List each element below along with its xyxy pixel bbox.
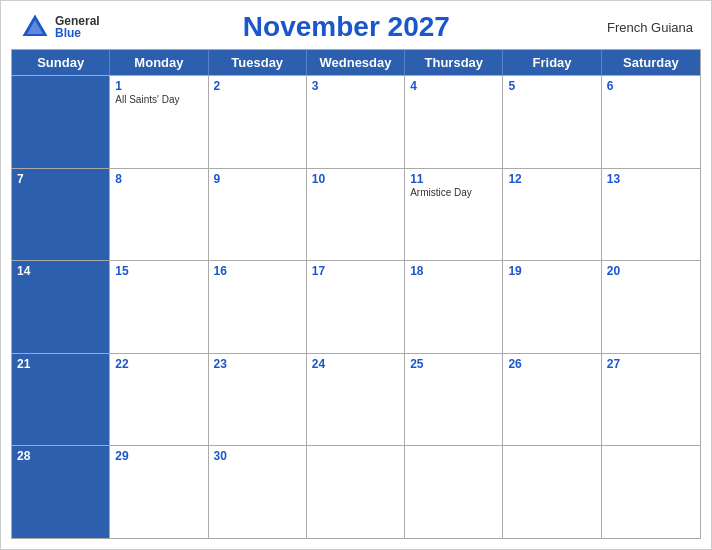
cell-date-number: 11 <box>410 172 497 186</box>
calendar-cell-1-4[interactable]: 11Armistice Day <box>405 169 503 261</box>
week-row-1: 7891011Armistice Day1213 <box>12 168 700 261</box>
calendar-cell-4-1[interactable]: 29 <box>110 446 208 538</box>
calendar-cell-4-6[interactable] <box>602 446 700 538</box>
calendar-cell-2-2[interactable]: 16 <box>209 261 307 353</box>
week-row-0: 1All Saints' Day23456 <box>12 75 700 168</box>
calendar-cell-0-6[interactable]: 6 <box>602 76 700 168</box>
day-header-sunday: Sunday <box>12 50 110 75</box>
logo-icon <box>19 11 51 43</box>
cell-date-number: 30 <box>214 449 301 463</box>
region-label: French Guiana <box>593 20 693 35</box>
cell-date-number: 12 <box>508 172 595 186</box>
cell-date-number: 13 <box>607 172 695 186</box>
calendar-cell-1-2[interactable]: 9 <box>209 169 307 261</box>
calendar-cell-4-3[interactable] <box>307 446 405 538</box>
calendar-cell-0-2[interactable]: 2 <box>209 76 307 168</box>
calendar-cell-4-4[interactable] <box>405 446 503 538</box>
cell-date-number: 23 <box>214 357 301 371</box>
calendar-cell-2-4[interactable]: 18 <box>405 261 503 353</box>
calendar-grid: Sunday Monday Tuesday Wednesday Thursday… <box>11 49 701 539</box>
cell-date-number: 29 <box>115 449 202 463</box>
cell-date-number: 18 <box>410 264 497 278</box>
cell-date-number: 8 <box>115 172 202 186</box>
calendar-cell-0-5[interactable]: 5 <box>503 76 601 168</box>
calendar-page: General Blue November 2027 French Guiana… <box>0 0 712 550</box>
calendar-cell-3-3[interactable]: 24 <box>307 354 405 446</box>
logo-text: General Blue <box>55 15 100 39</box>
calendar-cell-1-0[interactable]: 7 <box>12 169 110 261</box>
calendar-cell-1-6[interactable]: 13 <box>602 169 700 261</box>
cell-date-number: 7 <box>17 172 104 186</box>
logo: General Blue <box>19 11 100 43</box>
calendar-cell-1-3[interactable]: 10 <box>307 169 405 261</box>
cell-date-number: 20 <box>607 264 695 278</box>
cell-date-number: 21 <box>17 357 104 371</box>
calendar-cell-2-0[interactable]: 14 <box>12 261 110 353</box>
calendar-cell-3-2[interactable]: 23 <box>209 354 307 446</box>
cell-date-number: 14 <box>17 264 104 278</box>
cell-date-number: 28 <box>17 449 104 463</box>
calendar-cell-1-5[interactable]: 12 <box>503 169 601 261</box>
calendar-cell-1-1[interactable]: 8 <box>110 169 208 261</box>
cell-date-number: 25 <box>410 357 497 371</box>
calendar-cell-3-6[interactable]: 27 <box>602 354 700 446</box>
week-row-2: 14151617181920 <box>12 260 700 353</box>
calendar-cell-2-5[interactable]: 19 <box>503 261 601 353</box>
calendar-cell-3-0[interactable]: 21 <box>12 354 110 446</box>
calendar-cell-2-1[interactable]: 15 <box>110 261 208 353</box>
cell-date-number: 9 <box>214 172 301 186</box>
day-header-friday: Friday <box>503 50 601 75</box>
day-header-monday: Monday <box>110 50 208 75</box>
calendar-cell-0-0[interactable] <box>12 76 110 168</box>
cell-date-number: 3 <box>312 79 399 93</box>
cell-date-number: 5 <box>508 79 595 93</box>
calendar-cell-0-4[interactable]: 4 <box>405 76 503 168</box>
calendar-title: November 2027 <box>100 11 593 43</box>
day-header-thursday: Thursday <box>405 50 503 75</box>
calendar-cell-4-2[interactable]: 30 <box>209 446 307 538</box>
weeks-container: 1All Saints' Day234567891011Armistice Da… <box>12 75 700 538</box>
day-headers-row: Sunday Monday Tuesday Wednesday Thursday… <box>12 50 700 75</box>
cell-date-number: 1 <box>115 79 202 93</box>
calendar-cell-2-6[interactable]: 20 <box>602 261 700 353</box>
cell-date-number: 6 <box>607 79 695 93</box>
calendar-cell-3-4[interactable]: 25 <box>405 354 503 446</box>
cell-date-number: 27 <box>607 357 695 371</box>
cell-date-number: 26 <box>508 357 595 371</box>
holiday-label: Armistice Day <box>410 187 497 199</box>
calendar-cell-2-3[interactable]: 17 <box>307 261 405 353</box>
cell-date-number: 4 <box>410 79 497 93</box>
calendar-cell-3-5[interactable]: 26 <box>503 354 601 446</box>
cell-date-number: 10 <box>312 172 399 186</box>
header: General Blue November 2027 French Guiana <box>1 1 711 49</box>
holiday-label: All Saints' Day <box>115 94 202 106</box>
cell-date-number: 22 <box>115 357 202 371</box>
calendar-cell-0-3[interactable]: 3 <box>307 76 405 168</box>
week-row-4: 282930 <box>12 445 700 538</box>
cell-date-number: 16 <box>214 264 301 278</box>
cell-date-number: 15 <box>115 264 202 278</box>
day-header-saturday: Saturday <box>602 50 700 75</box>
week-row-3: 21222324252627 <box>12 353 700 446</box>
cell-date-number: 17 <box>312 264 399 278</box>
day-header-wednesday: Wednesday <box>307 50 405 75</box>
calendar-cell-0-1[interactable]: 1All Saints' Day <box>110 76 208 168</box>
cell-date-number: 24 <box>312 357 399 371</box>
cell-date-number: 2 <box>214 79 301 93</box>
logo-blue-text: Blue <box>55 27 100 39</box>
calendar-cell-3-1[interactable]: 22 <box>110 354 208 446</box>
calendar-cell-4-0[interactable]: 28 <box>12 446 110 538</box>
calendar-cell-4-5[interactable] <box>503 446 601 538</box>
cell-date-number: 19 <box>508 264 595 278</box>
day-header-tuesday: Tuesday <box>209 50 307 75</box>
